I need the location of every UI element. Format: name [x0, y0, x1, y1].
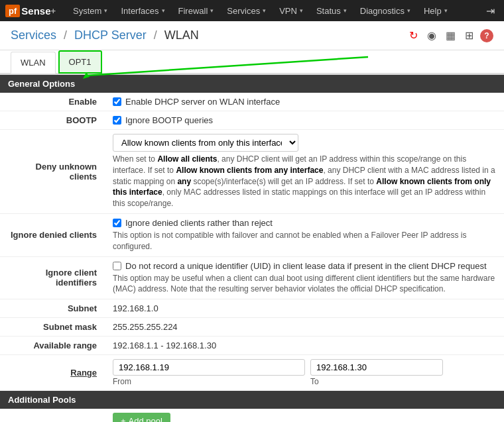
ignore-client-id-row: Ignore client identifiers Do not record …: [0, 256, 504, 299]
ignore-denied-checkbox-label: Ignore denied clients rather than reject: [125, 218, 273, 228]
tab-wlan[interactable]: WLAN: [11, 52, 56, 74]
nav-interfaces[interactable]: Interfaces ▾: [114, 0, 171, 21]
chevron-down-icon: ▾: [210, 7, 214, 14]
nav-help[interactable]: Help ▾: [417, 0, 454, 21]
chevron-down-icon: ▾: [344, 7, 347, 14]
pf-logo: pf: [5, 5, 20, 17]
subnet-value: 192.168.1.0: [106, 299, 504, 318]
ignore-denied-check-row: Ignore denied clients rather than reject: [113, 218, 497, 228]
breadcrumb-bar: Services / DHCP Server / WLAN ↻ ◉ ▦ ⊞ ?: [0, 21, 504, 50]
available-range-value: 192.168.1.1 - 192.168.1.30: [106, 337, 504, 355]
ignore-denied-row: Ignore denied clients Ignore denied clie…: [0, 213, 504, 256]
ignore-client-id-value: Do not record a unique identifier (UID) …: [106, 256, 504, 299]
ignore-denied-value: Ignore denied clients rather than reject…: [106, 213, 504, 256]
subnet-mask-label: Subnet mask: [0, 318, 106, 337]
chevron-down-icon: ▾: [104, 7, 107, 14]
ignore-client-id-label: Ignore client identifiers: [0, 256, 106, 299]
nav-services[interactable]: Services ▾: [220, 0, 273, 21]
available-range-row: Available range 192.168.1.1 - 192.168.1.…: [0, 337, 504, 355]
available-range-label: Available range: [0, 337, 106, 355]
range-to-label: To: [310, 377, 319, 386]
add-pool-button[interactable]: + Add pool: [113, 413, 170, 422]
add-pool-label: Add: [0, 409, 106, 422]
add-pool-btn-label: Add pool: [129, 416, 162, 422]
bootp-row: BOOTP Ignore BOOTP queries: [0, 111, 504, 130]
brand-plus: +: [50, 6, 56, 16]
tabs-bar: WLAN OPT1: [0, 50, 504, 74]
add-pool-row: Add + Add pool If additional pools of ad…: [0, 409, 504, 422]
subnet-label: Subnet: [0, 299, 106, 318]
additional-pools-table: Add + Add pool If additional pools of ad…: [0, 409, 504, 422]
chart-icon[interactable]: ◉: [424, 28, 439, 43]
bootp-check-row: Ignore BOOTP queries: [113, 115, 497, 125]
ignore-denied-checkbox[interactable]: [113, 219, 121, 227]
chevron-down-icon: ▾: [300, 7, 303, 14]
range-label[interactable]: Range: [0, 355, 106, 391]
range-to-input[interactable]: [310, 359, 443, 376]
table-icon[interactable]: ▦: [443, 28, 458, 43]
range-from-input[interactable]: [113, 359, 305, 376]
section-additional-pools: Additional Pools: [0, 391, 504, 409]
enable-checkbox[interactable]: [113, 97, 121, 106]
range-from-label: From: [113, 377, 305, 386]
bootp-value: Ignore BOOTP queries: [106, 111, 504, 130]
breadcrumb-services[interactable]: Services: [11, 28, 56, 42]
subnet-mask-row: Subnet mask 255.255.255.224: [0, 318, 504, 337]
breadcrumb-wlan: WLAN: [164, 28, 199, 42]
enable-row: Enable Enable DHCP server on WLAN interf…: [0, 93, 504, 111]
range-inputs: [113, 359, 497, 376]
plus-icon: +: [121, 416, 126, 422]
general-options-table: Enable Enable DHCP server on WLAN interf…: [0, 93, 504, 391]
breadcrumb: Services / DHCP Server / WLAN: [11, 28, 199, 42]
deny-unknown-label: Deny unknown clients: [0, 130, 106, 214]
add-pool-value: + Add pool If additional pools of addres…: [106, 409, 504, 422]
ignore-client-id-desc: This option may be useful when a client …: [113, 273, 497, 295]
breadcrumb-sep1: /: [64, 28, 70, 42]
nav-system[interactable]: System ▾: [66, 0, 114, 21]
tab-opt1[interactable]: OPT1: [58, 50, 102, 74]
bootp-checkbox[interactable]: [113, 116, 121, 125]
enable-value: Enable DHCP server on WLAN interface: [106, 93, 504, 111]
chevron-down-icon: ▾: [407, 7, 410, 14]
refresh-icon[interactable]: ↻: [407, 28, 420, 43]
ignore-client-id-checkbox-label: Do not record a unique identifier (UID) …: [125, 261, 487, 271]
brand-name: Sense: [21, 5, 50, 17]
nav-right: ⇥: [482, 2, 499, 20]
ignore-denied-desc: This option is not compatible with failo…: [113, 230, 497, 252]
nav-firewall[interactable]: Firewall ▾: [172, 0, 221, 21]
chevron-down-icon: ▾: [263, 7, 266, 14]
logout-icon[interactable]: ⇥: [482, 2, 499, 20]
deny-unknown-select[interactable]: Allow known clients from only this inter…: [113, 134, 298, 152]
deny-unknown-value: Allow known clients from only this inter…: [106, 130, 504, 214]
bootp-label: BOOTP: [0, 111, 106, 130]
nav-vpn[interactable]: VPN ▾: [273, 0, 310, 21]
grid-icon[interactable]: ⊞: [462, 28, 476, 43]
ignore-client-id-check-row: Do not record a unique identifier (UID) …: [113, 261, 497, 271]
nav-diagnostics[interactable]: Diagnostics ▾: [353, 0, 417, 21]
subnet-row: Subnet 192.168.1.0: [0, 299, 504, 318]
enable-checkbox-label: Enable DHCP server on WLAN interface: [125, 97, 280, 107]
deny-unknown-row: Deny unknown clients Allow known clients…: [0, 130, 504, 214]
breadcrumb-dhcp[interactable]: DHCP Server: [74, 28, 147, 42]
navbar: pf Sense + System ▾ Interfaces ▾ Firewal…: [0, 0, 504, 21]
brand-logo[interactable]: pf Sense +: [5, 5, 56, 17]
ignore-denied-label: Ignore denied clients: [0, 213, 106, 256]
chevron-down-icon: ▾: [162, 7, 165, 14]
nav-menu: System ▾ Interfaces ▾ Firewall ▾ Service…: [66, 0, 482, 21]
breadcrumb-sep2: /: [154, 28, 160, 42]
ignore-client-id-checkbox[interactable]: [113, 262, 121, 270]
chevron-down-icon: ▾: [444, 7, 448, 14]
breadcrumb-actions: ↻ ◉ ▦ ⊞ ?: [407, 28, 493, 43]
range-value: From To: [106, 355, 504, 391]
range-labels: From To: [113, 377, 497, 386]
enable-check-row: Enable DHCP server on WLAN interface: [113, 97, 497, 107]
deny-unknown-desc: When set to Allow all clients, any DHCP …: [113, 154, 497, 209]
bootp-checkbox-label: Ignore BOOTP queries: [125, 115, 213, 125]
section-general-options: General Options: [0, 75, 504, 93]
subnet-mask-value: 255.255.255.224: [106, 318, 504, 337]
range-row: Range From To: [0, 355, 504, 391]
help-icon[interactable]: ?: [480, 29, 493, 42]
nav-status[interactable]: Status ▾: [310, 0, 353, 21]
enable-label: Enable: [0, 93, 106, 111]
